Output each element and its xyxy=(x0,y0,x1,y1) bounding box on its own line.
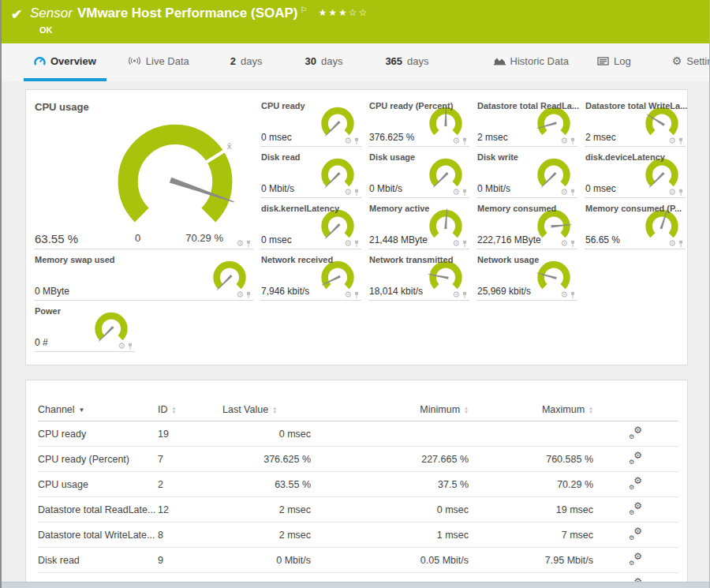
gauge-tile-disk-kernel-latency[interactable]: disk.kernelLatency 0 msec ⚙ xyxy=(260,200,361,249)
column-header-maximum[interactable]: Maximum▲▼ xyxy=(483,399,607,421)
gauge-tile-disk-device-latency[interactable]: disk.deviceLatency 0 msec ⚙ xyxy=(585,149,686,198)
pin-icon[interactable] xyxy=(462,189,468,197)
tab-live-data[interactable]: Live Data xyxy=(118,43,200,81)
gear-icon: ⚙ xyxy=(672,54,682,67)
column-header-minimum[interactable]: Minimum▲▼ xyxy=(325,399,483,421)
gauge-tile-cpu-usage[interactable]: CPU usage x̄ 63.55 % 0 70.29 % ⚙ xyxy=(34,98,253,249)
channel-name[interactable]: Disk read xyxy=(38,548,158,573)
pin-icon[interactable] xyxy=(462,240,468,248)
channel-settings-icon[interactable]: ⚙⚙ xyxy=(630,553,642,564)
channel-name[interactable]: Datastore total ReadLate... xyxy=(38,497,158,522)
gear-icon[interactable]: ⚙ xyxy=(560,137,568,145)
channel-settings-icon[interactable]: ⚙⚙ xyxy=(630,478,642,489)
channel-name[interactable]: Datastore total WriteLate... xyxy=(38,522,158,548)
pin-icon[interactable] xyxy=(678,240,684,248)
channel-last-value: 222,716 MByte xyxy=(477,234,541,245)
gear-icon[interactable]: ⚙ xyxy=(344,188,352,197)
gauge-tile-disk-write[interactable]: Disk write 0 Mbit/s ⚙ xyxy=(476,149,577,198)
gear-icon[interactable]: ⚙ xyxy=(560,239,568,248)
gauge-tile-cpu-ready-percent[interactable]: CPU ready (Percent) 376.625 % ⚙ xyxy=(368,98,469,147)
gauge-tile-network-transmitted[interactable]: Network transmitted 18,014 kbit/s ⚙ xyxy=(368,252,469,301)
tab-30-days[interactable]: 30days xyxy=(294,43,353,81)
column-header-id[interactable]: ID▲▼ xyxy=(158,399,222,421)
channel-min: 1 msec xyxy=(325,522,483,548)
channel-name[interactable]: CPU usage xyxy=(38,472,158,497)
channel-settings-icon[interactable]: ⚙⚙ xyxy=(630,528,642,539)
pin-icon[interactable] xyxy=(570,189,576,197)
tab-365-days[interactable]: 365days xyxy=(375,43,439,81)
gear-icon[interactable]: ⚙ xyxy=(668,188,676,197)
pin-icon[interactable] xyxy=(353,240,360,248)
gauge-tile-datastore-write-latency[interactable]: Datastore total WriteLa... 2 msec ⚙ xyxy=(585,98,686,147)
channel-settings-icon[interactable]: ⚙⚙ xyxy=(630,503,642,514)
tab-log[interactable]: Log xyxy=(587,43,641,81)
gauge-tile-memory-consumed[interactable]: Memory consumed 222,716 MByte ⚙ xyxy=(476,200,577,249)
table-row[interactable]: CPU usage 2 63.55 % 37.5 % 70.29 % ⚙⚙ xyxy=(38,472,678,497)
pin-icon[interactable] xyxy=(127,343,133,350)
tab-label: days xyxy=(241,55,262,67)
table-row[interactable]: CPU ready 19 0 msec ⚙⚙ xyxy=(38,421,678,447)
pin-icon[interactable] xyxy=(245,240,252,248)
channel-title: Memory consumed (P... xyxy=(585,204,682,213)
pin-icon[interactable] xyxy=(353,137,360,145)
gear-icon[interactable]: ⚙ xyxy=(668,239,676,248)
pin-icon[interactable] xyxy=(245,291,252,299)
gear-icon[interactable]: ⚙ xyxy=(560,188,568,197)
gauge-tile-network-usage[interactable]: Network usage 25,969 kbit/s ⚙ xyxy=(476,252,577,301)
channel-name[interactable]: CPU ready (Percent) xyxy=(38,447,158,472)
flag-icon[interactable]: ⚐ xyxy=(301,6,308,14)
channel-last-value: 376.625 % xyxy=(369,132,414,143)
gear-icon[interactable]: ⚙ xyxy=(668,137,676,145)
channel-settings-icon[interactable]: ⚙⚙ xyxy=(630,427,642,438)
column-header-last-value[interactable]: Last Value▲▼ xyxy=(222,399,325,421)
gauge-tile-network-received[interactable]: Network received 7,946 kbit/s ⚙ xyxy=(260,252,361,301)
gear-icon[interactable]: ⚙ xyxy=(452,188,460,197)
pin-icon[interactable] xyxy=(462,137,468,145)
table-row[interactable]: CPU ready (Percent) 7 376.625 % 227.665 … xyxy=(38,447,678,472)
table-row[interactable]: Datastore total ReadLate... 12 2 msec 0 … xyxy=(38,497,678,522)
gear-icon[interactable]: ⚙ xyxy=(452,137,460,145)
pin-icon[interactable] xyxy=(678,189,684,197)
gear-icon[interactable]: ⚙ xyxy=(344,290,352,299)
pin-icon[interactable] xyxy=(353,291,360,299)
gauge-tile-power[interactable]: Power 0 # ⚙ xyxy=(34,303,135,352)
tab-settings[interactable]: ⚙ Settings xyxy=(662,43,710,81)
gear-icon[interactable]: ⚙ xyxy=(344,137,352,145)
gear-icon[interactable]: ⚙ xyxy=(560,290,568,299)
tab-overview[interactable]: Overview xyxy=(24,43,106,81)
gear-icon[interactable]: ⚙ xyxy=(118,342,125,350)
prtg-sensor-page: ✔ SensorVMware Host Performance (SOAP)⚐★… xyxy=(0,0,710,588)
pin-icon[interactable] xyxy=(462,291,468,299)
column-header-channel[interactable]: Channel▼ xyxy=(38,399,158,421)
pin-icon[interactable] xyxy=(570,137,576,145)
channel-min: 227.665 % xyxy=(325,447,483,472)
gear-icon[interactable]: ⚙ xyxy=(236,290,244,299)
channel-name[interactable]: CPU ready xyxy=(38,421,158,447)
gear-icon[interactable]: ⚙ xyxy=(344,239,352,248)
pin-icon[interactable] xyxy=(678,137,684,145)
gauge-tile-datastore-read-latency[interactable]: Datastore total ReadLa... 2 msec ⚙ xyxy=(476,98,577,147)
gauge-tile-memory-consumed-percent[interactable]: Memory consumed (P... 56.65 % ⚙ xyxy=(585,200,686,249)
log-icon xyxy=(597,57,609,66)
gear-icon[interactable]: ⚙ xyxy=(452,239,460,248)
gauge-tile-memory-active[interactable]: Memory active 21,448 MByte ⚙ xyxy=(368,200,469,249)
gauge-tile-memory-swap-used[interactable]: Memory swap used 0 MByte ⚙ xyxy=(34,252,253,301)
pin-icon[interactable] xyxy=(570,240,576,248)
gear-icon[interactable]: ⚙ xyxy=(452,290,460,299)
channel-last-value: 0 msec xyxy=(261,234,292,245)
pin-icon[interactable] xyxy=(570,291,576,299)
tab-2-days[interactable]: 2days xyxy=(220,43,273,81)
priority-stars[interactable]: ★★★☆☆ xyxy=(318,7,368,18)
gauge-tile-cpu-ready[interactable]: CPU ready 0 msec ⚙ xyxy=(260,98,361,147)
gauge-tile-disk-read[interactable]: Disk read 0 Mbit/s ⚙ xyxy=(260,149,361,198)
table-row[interactable]: Datastore total WriteLate... 8 2 msec 1 … xyxy=(38,522,678,548)
tab-historic-data[interactable]: Historic Data xyxy=(484,43,579,81)
channel-last-value: 0 Mbit/s xyxy=(477,183,510,194)
table-row[interactable]: Disk read 9 0 Mbit/s 0.05 Mbit/s 7.95 Mb… xyxy=(38,548,678,573)
channel-max: 760.585 % xyxy=(483,447,607,472)
gear-icon[interactable]: ⚙ xyxy=(236,239,244,248)
channel-settings-icon[interactable]: ⚙⚙ xyxy=(630,452,642,463)
gauge-tile-disk-usage[interactable]: Disk usage 0 Mbit/s ⚙ xyxy=(368,149,469,198)
pin-icon[interactable] xyxy=(353,189,360,197)
gauge-scale-min: 0 xyxy=(135,232,140,244)
